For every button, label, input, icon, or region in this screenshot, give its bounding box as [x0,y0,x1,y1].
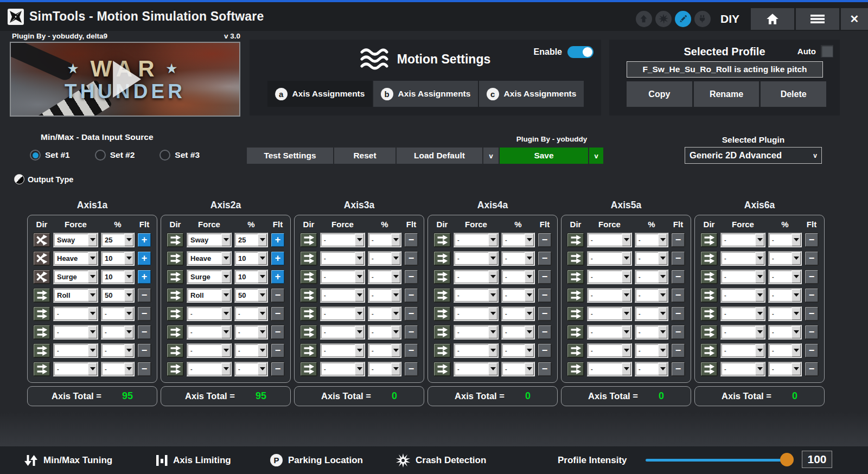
dropdown-arrow-icon[interactable] [258,344,267,357]
percent-select[interactable]: - [768,251,802,266]
dropdown-arrow-icon[interactable] [221,308,231,320]
percent-select[interactable]: 50 [234,288,268,303]
direction-straight-arrows-icon[interactable] [567,251,584,266]
dropdown-arrow-icon[interactable] [258,308,267,320]
dropdown-arrow-icon[interactable] [525,344,534,357]
direction-straight-arrows-icon[interactable] [433,270,451,284]
dropdown-arrow-icon[interactable] [355,308,364,320]
direction-straight-arrows-icon[interactable] [33,288,50,303]
dropdown-arrow-icon[interactable] [622,252,631,265]
percent-select[interactable]: - [768,306,802,321]
direction-straight-arrows-icon[interactable] [567,343,584,358]
direction-straight-arrows-icon[interactable] [300,325,317,340]
dropdown-arrow-icon[interactable] [658,234,667,246]
force-select[interactable]: Roll [187,288,232,303]
direction-straight-arrows-icon[interactable] [567,306,584,321]
percent-select[interactable]: - [368,270,401,284]
filter-minus-button[interactable]: − [671,233,685,247]
enable-toggle[interactable] [567,46,593,58]
percent-select[interactable]: - [768,288,802,303]
direction-straight-arrows-icon[interactable] [567,288,584,303]
filter-minus-button[interactable]: − [404,288,418,303]
force-select[interactable]: - [320,306,365,321]
filter-minus-button[interactable]: − [137,306,151,321]
filter-minus-button[interactable]: − [137,343,151,358]
filter-minus-button[interactable]: − [271,288,285,303]
intensity-slider-track[interactable] [646,459,793,462]
filter-plus-button[interactable]: + [137,270,151,284]
direction-straight-arrows-icon[interactable] [33,362,50,376]
force-select[interactable]: - [587,270,632,284]
direction-straight-arrows-icon[interactable] [300,343,317,358]
force-select[interactable]: - [720,270,765,284]
percent-select[interactable]: - [234,306,268,321]
dropdown-arrow-icon[interactable] [88,234,97,246]
dropdown-arrow-icon[interactable] [88,308,97,320]
direction-straight-arrows-icon[interactable] [33,325,50,340]
force-select[interactable]: Sway [187,233,232,247]
percent-select[interactable]: - [368,251,401,266]
force-select[interactable]: - [53,343,98,358]
force-select[interactable]: Roll [53,288,98,303]
force-select[interactable]: Heave [187,251,232,266]
home-button[interactable] [751,8,794,30]
dropdown-arrow-icon[interactable] [792,271,801,283]
direction-crossed-arrows-icon[interactable] [33,270,50,284]
percent-select[interactable]: - [101,362,135,376]
dropdown-arrow-icon[interactable] [488,234,497,246]
burst-icon[interactable] [655,11,672,27]
load-default-button[interactable]: Load Default [397,148,482,164]
percent-select[interactable]: - [101,306,135,321]
percent-select[interactable]: - [501,306,535,321]
filter-minus-button[interactable]: − [538,233,552,247]
force-select[interactable]: Sway [53,233,98,247]
intensity-slider-thumb[interactable] [780,453,794,466]
tab-axis-assignments-a[interactable]: a Axis Assignments [267,81,373,107]
filter-plus-button[interactable]: + [271,270,285,284]
filter-minus-button[interactable]: − [805,251,819,266]
force-select[interactable]: - [720,306,765,321]
force-select[interactable]: - [587,233,632,247]
force-select[interactable]: - [587,288,632,303]
direction-straight-arrows-icon[interactable] [433,233,451,247]
axis-limiting-button[interactable]: Axis Limiting [156,454,231,467]
filter-minus-button[interactable]: − [404,251,418,266]
percent-select[interactable]: - [101,343,135,358]
dropdown-arrow-icon[interactable] [221,344,231,357]
force-select[interactable]: - [53,362,98,376]
percent-select[interactable]: - [368,288,401,303]
direction-straight-arrows-icon[interactable] [567,270,584,284]
force-select[interactable]: Surge [53,270,98,284]
save-dropdown-button[interactable]: v [589,148,603,164]
force-select[interactable]: - [320,343,365,358]
dropdown-arrow-icon[interactable] [355,363,364,375]
filter-minus-button[interactable]: − [271,362,285,376]
direction-straight-arrows-icon[interactable] [167,325,184,340]
percent-select[interactable]: - [768,362,802,376]
percent-select[interactable]: - [101,325,135,340]
force-select[interactable]: - [587,362,632,376]
percent-select[interactable]: - [635,251,668,266]
dropdown-arrow-icon[interactable] [488,326,497,338]
dropdown-arrow-icon[interactable] [258,326,267,338]
direction-straight-arrows-icon[interactable] [700,233,718,247]
percent-select[interactable]: - [501,362,535,376]
dropdown-arrow-icon[interactable] [658,308,667,320]
dropdown-arrow-icon[interactable] [525,326,534,338]
force-select[interactable]: - [587,343,632,358]
dropdown-arrow-icon[interactable] [488,271,497,283]
filter-minus-button[interactable]: − [404,270,418,284]
play-icon[interactable] [113,61,141,98]
dropdown-arrow-icon[interactable] [124,289,133,302]
dropdown-arrow-icon[interactable] [488,344,497,357]
direction-straight-arrows-icon[interactable] [700,343,718,358]
percent-select[interactable]: - [501,233,535,247]
dropdown-arrow-icon[interactable] [355,326,364,338]
direction-straight-arrows-icon[interactable] [700,288,718,303]
filter-minus-button[interactable]: − [671,251,685,266]
filter-plus-button[interactable]: + [271,251,285,266]
dropdown-arrow-icon[interactable] [124,326,133,338]
dropdown-arrow-icon[interactable] [622,234,631,246]
force-select[interactable]: - [454,362,499,376]
percent-select[interactable]: - [501,343,535,358]
